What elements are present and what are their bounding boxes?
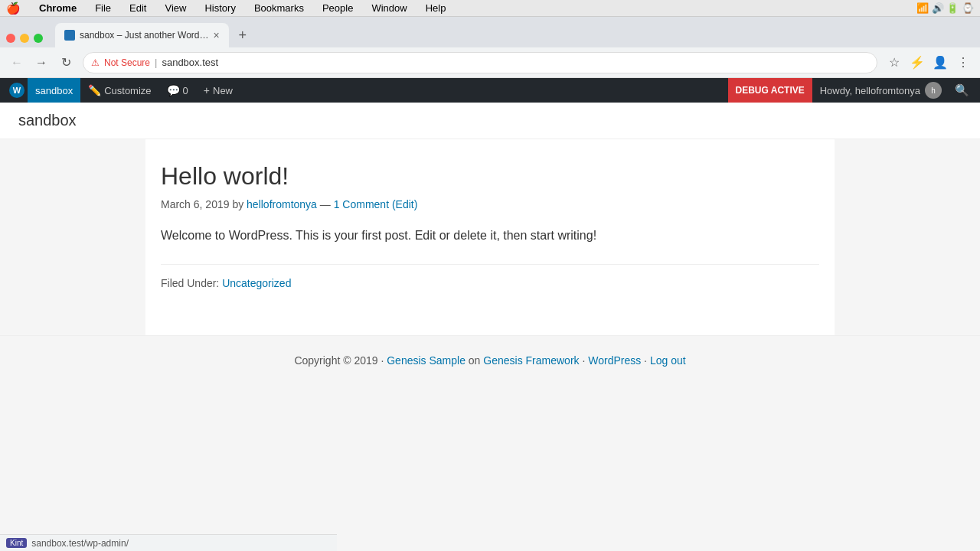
comments-label: 0 [183,85,188,96]
logout-label: Log out [650,354,686,367]
not-secure-label: Not Secure [104,57,150,68]
macos-menubar: 🍎 Chrome File Edit View History Bookmark… [0,0,980,17]
wp-search-button[interactable]: 🔍 [949,78,974,103]
post-category-link[interactable]: Uncategorized [222,277,291,289]
wp-admin-new[interactable]: + New [196,78,240,103]
profile-button[interactable]: 👤 [929,52,951,73]
address-separator: | [155,57,157,68]
wp-admin-comments[interactable]: 💬 0 [159,78,196,103]
tab-title: sandbox – Just another Word… [80,30,209,41]
sandbox-label: sandbox [35,85,73,96]
wp-logo[interactable]: W [6,78,28,103]
post-meta: March 6, 2019 by hellofromtonya — 1 Comm… [161,198,819,210]
wordpress-link[interactable]: WordPress [588,354,644,367]
wordpress-label: WordPress [588,354,641,367]
genesis-sample-link[interactable]: Genesis Sample [387,354,469,367]
status-bar: Kint sandbox.test/wp-admin/ [0,534,337,551]
genesis-framework-label: Genesis Framework [483,354,579,367]
address-bar[interactable]: ⚠ Not Secure | sandbox.test [83,52,877,73]
view-menu[interactable]: View [162,2,189,14]
site-footer: Copyright © 2019 · Genesis Sample on Gen… [0,335,980,385]
chrome-menu[interactable]: Chrome [36,2,80,14]
post-author-link[interactable]: hellofromtonya [247,198,320,210]
site-title: sandbox [18,112,962,129]
extension-button[interactable]: ⚡ [906,52,928,73]
back-button[interactable]: ← [6,52,28,73]
status-url: sandbox.test/wp-admin/ [31,538,129,549]
customize-label: Customize [104,85,151,96]
chrome-toolbar: ← → ↻ ⚠ Not Secure | sandbox.test ☆ ⚡ 👤 … [0,47,980,78]
chrome-titlebar: sandbox – Just another Word… × + [0,17,980,47]
window-close-button[interactable] [6,34,15,43]
wp-admin-bar: W sandbox ✏️ Customize 💬 0 + New DEBUG A… [0,78,980,103]
menubar-icons: 📶 🔊 🔋 ⌚ [916,2,974,14]
history-menu[interactable]: History [201,2,238,14]
wp-admin-sandbox[interactable]: sandbox [28,78,80,103]
post-date: March 6, 2019 [161,198,230,210]
reload-button[interactable]: ↻ [55,52,77,73]
new-tab-button[interactable]: + [232,24,253,46]
comments-icon: 💬 [167,84,180,96]
bookmarks-menu[interactable]: Bookmarks [251,2,307,14]
post-dash: — [320,198,334,210]
not-secure-icon: ⚠ [91,57,100,68]
people-menu[interactable]: People [319,2,356,14]
wp-admin-bar-right: DEBUG ACTIVE Howdy, hellofromtonya h 🔍 [728,78,975,103]
url-text: sandbox.test [162,57,218,68]
footer-dot2: · [644,354,650,367]
post-content: Welcome to WordPress. This is your first… [161,226,819,246]
howdy-item[interactable]: Howdy, hellofromtonya h [812,78,949,103]
more-button[interactable]: ⋮ [952,52,974,73]
wp-admin-customize[interactable]: ✏️ Customize [80,78,158,103]
tab-close-button[interactable]: × [214,29,220,41]
active-tab[interactable]: sandbox – Just another Word… × [55,23,229,47]
new-label: New [213,85,233,96]
filed-under-label: Filed Under: [161,277,219,289]
post-footer: Filed Under: Uncategorized [161,277,819,289]
new-icon: + [204,84,210,96]
wp-logo-circle: W [9,83,24,98]
apple-menu[interactable]: 🍎 [6,2,21,15]
main-content: Hello world! March 6, 2019 by hellofromt… [145,139,835,335]
file-menu[interactable]: File [92,2,114,14]
toolbar-right: ☆ ⚡ 👤 ⋮ [884,52,974,73]
window-menu[interactable]: Window [368,2,410,14]
site-header: sandbox [0,103,980,139]
forward-button[interactable]: → [31,52,52,73]
howdy-text: Howdy, hellofromtonya [820,85,920,96]
logout-link[interactable]: Log out [650,354,686,367]
copyright-text: Copyright © 2019 · [294,354,384,367]
post-comments: 1 Comment [334,198,389,210]
help-menu[interactable]: Help [423,2,449,14]
tab-favicon [64,30,75,41]
post-edit-link[interactable]: (Edit) [392,198,417,210]
menubar-right-icons: 📶 🔊 🔋 ⌚ [916,2,974,14]
debug-active-label: DEBUG ACTIVE [736,85,805,96]
post-author: hellofromtonya [247,198,317,210]
genesis-sample-label: Genesis Sample [387,354,466,367]
genesis-framework-link[interactable]: Genesis Framework [483,354,582,367]
edit-menu[interactable]: Edit [126,2,149,14]
post-divider [161,264,819,265]
post-title: Hello world! [161,162,819,191]
debug-active-badge[interactable]: DEBUG ACTIVE [728,78,812,103]
post-category: Uncategorized [222,277,291,289]
post-comments-link[interactable]: 1 Comment [334,198,392,210]
user-avatar: h [925,82,942,99]
page-wrapper: sandbox Hello world! March 6, 2019 by he… [0,103,980,551]
post-by: by [232,198,247,210]
window-minimize-button[interactable] [20,34,29,43]
footer-on: on [469,354,483,367]
bookmark-button[interactable]: ☆ [884,52,905,73]
window-maximize-button[interactable] [34,34,43,43]
customize-icon: ✏️ [88,84,101,96]
kint-badge: Kint [6,538,27,548]
post-edit: (Edit) [392,198,417,210]
